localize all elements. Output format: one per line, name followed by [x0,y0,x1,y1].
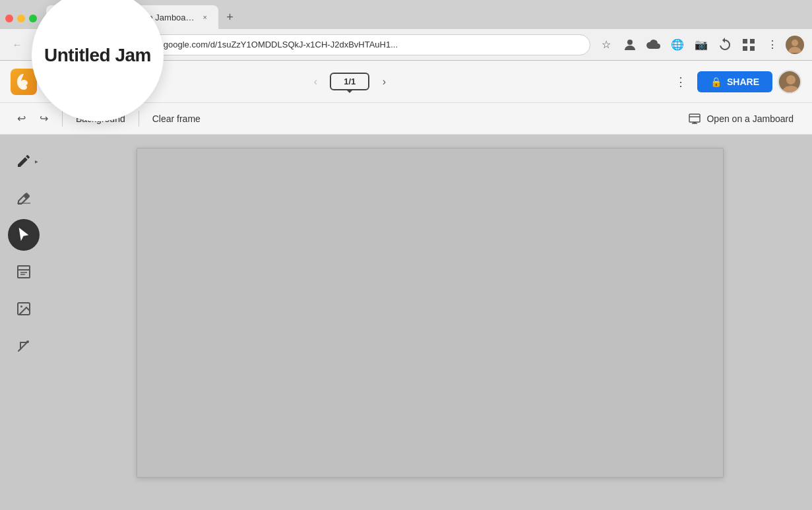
url-bar[interactable]: 🔒 jamboard.google.com/d/1suZzY1OMDDLSQkJ… [103,34,590,55]
canvas-area [47,135,812,510]
svg-rect-2 [750,39,755,44]
user-avatar[interactable] [778,70,801,94]
main-area [0,135,812,510]
title-spotlight: Untitled Jam [32,0,164,121]
laser-tool-button[interactable] [8,330,40,362]
svg-rect-11 [17,203,30,204]
eraser-icon [16,190,32,206]
pen-icon [16,153,32,169]
new-tab-button[interactable]: + [221,8,239,26]
globe-icon[interactable]: 🌐 [667,34,688,55]
whiteboard-canvas[interactable] [137,148,724,478]
cloud-icon[interactable] [643,34,664,55]
left-toolbar [0,135,47,510]
minimize-window-button[interactable] [17,15,25,22]
profiles-icon[interactable] [619,34,640,55]
bookmark-icon[interactable]: ☆ [596,34,617,55]
toolbar-actions: ⋮ 🔒 SHARE [671,70,801,94]
share-lock-icon: 🔒 [710,77,722,87]
prev-frame-button[interactable]: ‹ [306,73,325,91]
eraser-tool-button[interactable] [8,182,40,214]
image-icon [16,301,32,317]
window-grid-icon[interactable] [738,34,759,55]
open-jamboard-label: Open on a Jamboard [706,113,794,124]
frame-counter[interactable]: 1/1 [330,73,369,90]
share-button[interactable]: 🔒 SHARE [697,71,772,92]
more-options-button[interactable]: ⋮ [671,71,692,92]
camera-icon[interactable]: 📷 [691,34,712,55]
back-button[interactable]: ← [8,36,26,54]
share-label: SHARE [727,77,759,87]
svg-point-6 [786,75,796,84]
pen-tool-button[interactable] [8,145,40,177]
svg-rect-4 [750,46,755,51]
svg-rect-1 [743,39,747,44]
jam-title[interactable]: Untitled Jam [44,45,151,66]
cursor-icon [16,228,31,242]
select-tool-button[interactable] [8,219,40,251]
svg-rect-7 [689,114,700,122]
vertical-dots-icon[interactable]: ⋮ [762,34,783,55]
svg-point-5 [792,40,798,46]
next-frame-button[interactable]: › [375,73,393,91]
url-text: jamboard.google.com/d/1suZzY1OMDDLSQkJ-x… [125,40,582,49]
svg-point-0 [627,40,633,45]
browser-toolbar-right: ☆ 🌐 📷 ⋮ [596,34,804,55]
image-tool-button[interactable] [8,293,40,325]
open-jamboard-button[interactable]: Open on a Jamboard [680,108,801,129]
jamboard-icon [688,112,701,125]
frame-navigation: ‹ 1/1 › [306,73,393,91]
svg-rect-12 [18,266,30,278]
app-toolbar: Untitled Jam ‹ 1/1 › ⋮ 🔒 SHARE [0,61,812,103]
sticky-note-tool-button[interactable] [8,256,40,288]
undo-button[interactable]: ↩ [11,108,32,129]
close-window-button[interactable] [5,15,13,22]
tab-close-button[interactable]: × [200,12,210,22]
browser-avatar[interactable] [786,36,804,54]
laser-icon [16,338,32,354]
svg-point-18 [26,340,29,343]
spotlight-circle: Untitled Jam [32,0,164,121]
svg-point-17 [20,305,22,307]
sync-icon[interactable] [714,34,735,55]
svg-rect-3 [743,46,747,51]
sticky-note-icon [16,264,32,280]
